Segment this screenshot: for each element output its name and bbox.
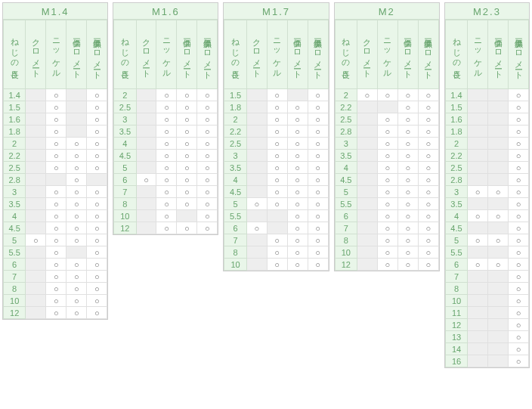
- table-row: 2○: [445, 138, 528, 150]
- availability-cell: ○: [177, 101, 197, 113]
- availability-cell: ○: [488, 186, 509, 198]
- availability-cell: ○: [246, 198, 267, 210]
- availability-cell: [488, 222, 509, 234]
- length-cell: 1.8: [4, 125, 26, 138]
- availability-cell: ○: [66, 210, 87, 222]
- table-row: 2.2○○○: [224, 125, 328, 138]
- table-row: 2.5○: [445, 162, 528, 174]
- availability-cell: ○: [197, 210, 218, 222]
- availability-cell: ○: [156, 150, 177, 162]
- availability-cell: ○: [377, 259, 397, 271]
- availability-cell: ○: [66, 198, 87, 210]
- availability-cell: [246, 101, 267, 113]
- availability-cell: ○: [509, 259, 529, 271]
- length-cell: 12: [335, 259, 357, 271]
- availability-cell: [468, 246, 488, 259]
- length-cell: 4.5: [224, 186, 246, 198]
- availability-cell: [468, 283, 488, 295]
- table-row: 4○○○: [114, 138, 218, 150]
- length-cell: 1.4: [4, 89, 26, 101]
- availability-cell: ○: [308, 186, 328, 198]
- availability-cell: [46, 174, 66, 186]
- availability-cell: ○: [509, 150, 529, 162]
- availability-cell: ○: [308, 222, 328, 234]
- col-header-label: クロメート: [142, 23, 150, 85]
- availability-cell: [26, 259, 46, 271]
- availability-cell: ○: [87, 295, 107, 307]
- availability-cell: ○: [87, 101, 107, 113]
- table-row: 10○○○: [224, 259, 328, 271]
- availability-cell: ○: [267, 150, 287, 162]
- availability-cell: ○: [197, 198, 218, 210]
- availability-cell: ○: [197, 113, 218, 125]
- availability-cell: ○: [177, 138, 197, 150]
- table-title: M1.4: [3, 3, 107, 20]
- table-row: 4○○○: [335, 162, 438, 174]
- table-row: 3.5○○○: [114, 125, 218, 138]
- length-cell: 1.6: [445, 113, 467, 125]
- availability-cell: ○: [418, 113, 438, 125]
- table-row: 5.5○: [445, 246, 528, 259]
- length-cell: 7: [445, 271, 467, 283]
- availability-cell: ○: [509, 246, 529, 259]
- length-cell: 2.2: [445, 150, 467, 162]
- length-cell: 13: [445, 331, 467, 343]
- availability-cell: [488, 125, 509, 138]
- availability-cell: ○: [509, 355, 529, 367]
- length-cell: 1.8: [224, 101, 246, 113]
- availability-cell: ○: [197, 174, 218, 186]
- table-row: 12○○○: [335, 259, 438, 271]
- availability-cell: ○: [66, 283, 87, 295]
- availability-table: ねじの長さクロメートニッケル三価クロメート三価黒クロメート1.5○○1.8○○○…: [224, 20, 328, 271]
- row-header-label: ねじの長さ: [453, 23, 461, 85]
- col-header-label: 三価黒クロメート: [93, 23, 101, 85]
- availability-cell: ○: [46, 222, 66, 234]
- availability-cell: [357, 162, 377, 174]
- table-title: M2.3: [445, 3, 529, 20]
- row-header-label: ねじの長さ: [342, 23, 350, 85]
- availability-cell: [66, 101, 87, 113]
- availability-cell: [136, 186, 156, 198]
- availability-cell: ○: [509, 343, 529, 355]
- length-cell: 5.5: [335, 198, 357, 210]
- length-cell: 11: [445, 307, 467, 319]
- availability-cell: ○: [197, 101, 218, 113]
- availability-cell: [488, 355, 509, 367]
- table-row: 1.8○○○: [224, 101, 328, 113]
- availability-cell: ○: [87, 162, 107, 174]
- availability-cell: [488, 295, 509, 307]
- length-cell: 2: [445, 138, 467, 150]
- length-cell: 7: [114, 186, 136, 198]
- length-cell: 5.5: [445, 246, 467, 259]
- length-cell: 2.8: [4, 174, 26, 186]
- length-cell: 2.5: [114, 101, 136, 113]
- availability-cell: [26, 295, 46, 307]
- availability-cell: ○: [509, 295, 529, 307]
- length-cell: 1.8: [445, 125, 467, 138]
- availability-cell: ○: [156, 222, 177, 234]
- availability-cell: [488, 174, 509, 186]
- length-cell: 4.5: [4, 222, 26, 234]
- availability-cell: [488, 307, 509, 319]
- availability-cell: ○: [308, 210, 328, 222]
- availability-cell: [468, 222, 488, 234]
- availability-cell: ○: [509, 331, 529, 343]
- availability-cell: [357, 125, 377, 138]
- availability-cell: [377, 101, 397, 113]
- col-header-label: クロメート: [363, 23, 371, 85]
- availability-cell: ○: [267, 101, 287, 113]
- availability-cell: ○: [397, 174, 418, 186]
- availability-cell: ○: [397, 150, 418, 162]
- length-cell: 10: [224, 259, 246, 271]
- availability-cell: ○: [509, 307, 529, 319]
- length-cell: 12: [4, 307, 26, 319]
- table-row: 2.2○: [445, 150, 528, 162]
- availability-cell: ○: [377, 234, 397, 246]
- availability-cell: ○: [177, 89, 197, 101]
- availability-cell: ○: [177, 174, 197, 186]
- availability-cell: ○: [488, 234, 509, 246]
- length-cell: 14: [445, 343, 467, 355]
- availability-cell: [357, 246, 377, 259]
- availability-cell: ○: [509, 198, 529, 210]
- availability-cell: [136, 101, 156, 113]
